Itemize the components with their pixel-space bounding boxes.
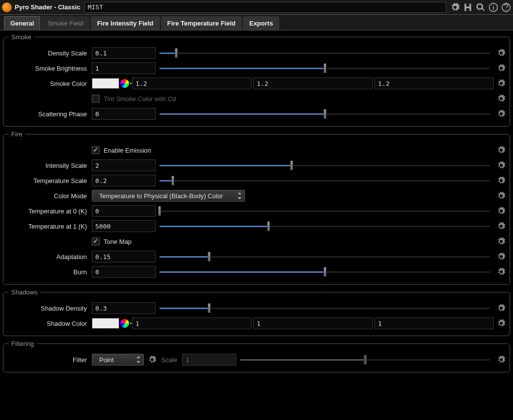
filter-scale-input bbox=[182, 354, 236, 366]
enable-emission-gear-icon[interactable] bbox=[496, 145, 507, 156]
filter-select[interactable]: Point bbox=[92, 354, 144, 366]
header-toolbar bbox=[450, 2, 511, 12]
tab-general[interactable]: General bbox=[4, 16, 40, 30]
scattering-phase-slider[interactable] bbox=[160, 109, 490, 119]
temperature-scale-gear-icon[interactable] bbox=[496, 175, 507, 186]
enable-emission-checkbox[interactable] bbox=[92, 146, 100, 154]
t1-label: Temperature at 1 (K) bbox=[3, 223, 92, 230]
t1-input[interactable] bbox=[92, 220, 156, 232]
scattering-phase-label: Scattering Phase bbox=[3, 110, 92, 118]
smoke-color-picker-icon[interactable] bbox=[120, 79, 129, 88]
tint-gear-icon[interactable] bbox=[496, 93, 507, 104]
color-mode-select[interactable]: Temperature to Physical (Black-Body) Col… bbox=[92, 190, 245, 202]
tonemap-label: Tone Map bbox=[104, 238, 132, 245]
temperature-scale-input[interactable] bbox=[92, 175, 156, 186]
intensity-scale-gear-icon[interactable] bbox=[496, 160, 507, 171]
node-title: Pyro Shader - Classic bbox=[15, 3, 81, 11]
scattering-phase-input[interactable] bbox=[92, 108, 156, 120]
shadow-color-g[interactable] bbox=[253, 317, 373, 329]
filter-label: Filter bbox=[3, 356, 92, 364]
t0-label: Temperature at 0 (K) bbox=[3, 208, 92, 215]
t0-input[interactable] bbox=[92, 205, 156, 217]
smoke-brightness-slider[interactable] bbox=[160, 63, 490, 73]
tabs: General Smoke Field Fire Intensity Field… bbox=[0, 15, 513, 30]
h-icon[interactable] bbox=[463, 2, 473, 12]
density-scale-slider[interactable] bbox=[160, 48, 490, 58]
t1-gear-icon[interactable] bbox=[496, 221, 507, 232]
group-shadows: Shadows Shadow Density Shadow Color bbox=[3, 289, 510, 336]
panel-general: Smoke Density Scale Smoke Brightness Smo… bbox=[0, 30, 513, 379]
gear-icon[interactable] bbox=[450, 2, 460, 12]
group-shadows-legend: Shadows bbox=[8, 289, 40, 296]
info-icon[interactable] bbox=[488, 2, 498, 12]
group-filtering: Filtering Filter Point Scale bbox=[3, 340, 510, 372]
filter-gear-icon[interactable] bbox=[147, 354, 158, 365]
tab-smoke-field[interactable]: Smoke Field bbox=[41, 16, 89, 30]
adaptation-label: Adaptation bbox=[3, 253, 92, 261]
intensity-scale-label: Intensity Scale bbox=[3, 162, 92, 169]
density-scale-gear-icon[interactable] bbox=[496, 48, 507, 58]
tab-exports[interactable]: Exports bbox=[243, 16, 279, 30]
group-fire-legend: Fire bbox=[8, 131, 25, 138]
node-type-icon bbox=[2, 2, 12, 12]
burn-label: Burn bbox=[3, 268, 92, 276]
shadow-density-slider[interactable] bbox=[160, 303, 490, 313]
tonemap-gear-icon[interactable] bbox=[496, 236, 507, 247]
burn-gear-icon[interactable] bbox=[496, 266, 507, 277]
group-smoke: Smoke Density Scale Smoke Brightness Smo… bbox=[3, 33, 510, 127]
smoke-color-g[interactable] bbox=[253, 78, 373, 89]
color-mode-gear-icon[interactable] bbox=[496, 190, 507, 201]
smoke-brightness-input[interactable] bbox=[92, 62, 156, 74]
smoke-color-label: Smoke Color bbox=[3, 80, 92, 87]
smoke-color-swatch[interactable] bbox=[92, 78, 119, 89]
smoke-brightness-gear-icon[interactable] bbox=[496, 63, 507, 74]
tonemap-checkbox[interactable] bbox=[92, 237, 100, 245]
shadow-density-label: Shadow Density bbox=[3, 305, 92, 312]
group-filtering-legend: Filtering bbox=[8, 340, 37, 347]
filter-scale-slider bbox=[240, 355, 490, 365]
shadow-color-picker-icon[interactable] bbox=[120, 319, 129, 328]
burn-input[interactable] bbox=[92, 266, 156, 278]
color-mode-label: Color Mode bbox=[3, 192, 92, 200]
node-name-input[interactable] bbox=[84, 2, 446, 13]
header: Pyro Shader - Classic bbox=[0, 0, 513, 15]
temperature-scale-slider[interactable] bbox=[160, 176, 490, 185]
tab-fire-temperature[interactable]: Fire Temperature Field bbox=[161, 16, 242, 30]
adaptation-gear-icon[interactable] bbox=[496, 251, 507, 262]
shadow-color-gear-icon[interactable] bbox=[496, 318, 507, 329]
shadow-color-label: Shadow Color bbox=[3, 320, 92, 327]
filter-value: Point bbox=[99, 356, 114, 364]
t0-gear-icon[interactable] bbox=[496, 206, 507, 216]
intensity-scale-input[interactable] bbox=[92, 159, 156, 171]
t0-slider[interactable] bbox=[160, 206, 490, 216]
smoke-color-b[interactable] bbox=[375, 78, 494, 89]
tab-fire-intensity[interactable]: Fire Intensity Field bbox=[91, 16, 160, 30]
scattering-phase-gear-icon[interactable] bbox=[496, 108, 507, 119]
shadow-color-b[interactable] bbox=[375, 317, 494, 329]
color-mode-value: Temperature to Physical (Black-Body) Col… bbox=[99, 192, 223, 200]
shadow-density-input[interactable] bbox=[92, 302, 156, 314]
filter-scale-gear-icon[interactable] bbox=[496, 354, 507, 365]
smoke-brightness-label: Smoke Brightness bbox=[3, 65, 92, 72]
intensity-scale-slider[interactable] bbox=[160, 160, 490, 170]
adaptation-input[interactable] bbox=[92, 251, 156, 262]
search-icon[interactable] bbox=[476, 2, 486, 12]
smoke-color-gear-icon[interactable] bbox=[496, 78, 507, 89]
shadow-color-r[interactable] bbox=[132, 317, 251, 329]
help-icon[interactable] bbox=[501, 2, 511, 12]
t1-slider[interactable] bbox=[160, 221, 490, 231]
shadow-color-swatch[interactable] bbox=[92, 318, 119, 329]
group-smoke-legend: Smoke bbox=[8, 33, 34, 41]
density-scale-input[interactable] bbox=[92, 47, 156, 59]
group-fire: Fire Enable Emission Intensity Scale Tem… bbox=[3, 131, 510, 285]
smoke-color-r[interactable] bbox=[132, 78, 251, 89]
enable-emission-label: Enable Emission bbox=[104, 147, 151, 154]
tint-label: Tint Smoke Color with Cd bbox=[104, 95, 176, 103]
tint-checkbox[interactable] bbox=[92, 95, 100, 103]
shadow-density-gear-icon[interactable] bbox=[496, 303, 507, 314]
temperature-scale-label: Temperature Scale bbox=[3, 177, 92, 184]
adaptation-slider[interactable] bbox=[160, 252, 490, 262]
burn-slider[interactable] bbox=[160, 267, 490, 277]
filter-scale-label: Scale bbox=[158, 356, 182, 364]
density-scale-label: Density Scale bbox=[3, 50, 92, 57]
